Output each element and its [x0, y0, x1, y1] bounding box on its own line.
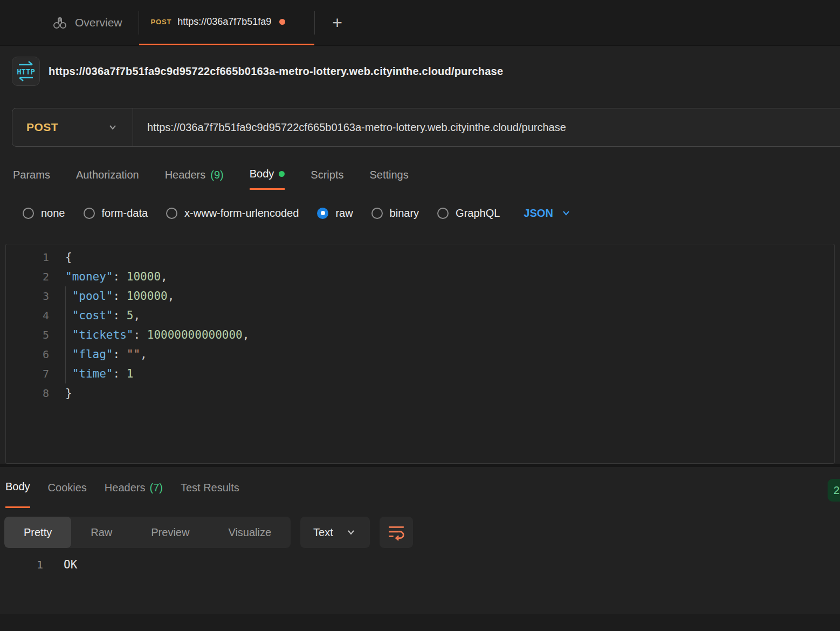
language-dropdown[interactable]: JSON [524, 207, 571, 220]
request-title-row: HTTP https://036a7f7b51fa9c9d95722cf665b… [12, 56, 840, 87]
radio-binary[interactable]: binary [371, 207, 419, 220]
request-url-title: https://036a7f7b51fa9c9d95722cf665b0163a… [49, 65, 503, 78]
response-tab-headers-label: Headers [105, 482, 146, 494]
response-body[interactable]: 1 OK [0, 555, 840, 574]
radio-binary-label: binary [390, 207, 419, 220]
radio-graphql-label: GraphQL [456, 207, 500, 220]
tab-request-method: POST [151, 18, 172, 26]
tab-request-active[interactable]: POST https://036a7f7b51fa9 [139, 0, 314, 45]
wrap-lines-button[interactable] [380, 517, 413, 548]
code-line: 6 "flag": "", [6, 345, 834, 364]
code-text: "money": 10000, [65, 270, 168, 283]
radio-x-www-form-urlencoded[interactable]: x-www-form-urlencoded [166, 207, 299, 220]
code-line: 5 "tickets": 10000000000000, [6, 325, 834, 345]
chevron-down-icon [345, 526, 357, 538]
radio-form-data[interactable]: form-data [84, 207, 148, 220]
unsaved-changes-dot [279, 19, 285, 25]
status-code-badge: 2 [828, 479, 840, 502]
request-body-editor[interactable]: 1{2"money": 10000,3 "pool": 100000,4 "co… [5, 244, 835, 464]
response-line: 1 OK [0, 555, 840, 574]
code-text: "cost": 5, [65, 309, 140, 322]
response-format-dropdown[interactable]: Text [300, 517, 370, 548]
body-mode-row: none form-data x-www-form-urlencoded raw… [23, 200, 572, 227]
line-number: 3 [6, 290, 49, 303]
response-line-text: OK [64, 558, 77, 571]
response-headers-count: (7) [149, 482, 162, 494]
response-tab-body[interactable]: Body [5, 467, 30, 508]
radio-none[interactable]: none [23, 207, 65, 220]
url-input[interactable]: https://036a7f7b51fa9c9d95722cf665b0163a… [133, 121, 566, 134]
line-number: 2 [6, 270, 49, 283]
radio-none-label: none [41, 207, 65, 220]
view-preview-button[interactable]: Preview [132, 517, 209, 548]
tab-scripts[interactable]: Scripts [311, 160, 343, 190]
line-number: 1 [6, 251, 49, 264]
new-tab-button[interactable]: + [326, 11, 349, 35]
method-dropdown[interactable]: POST [12, 108, 133, 146]
tab-overview[interactable]: Overview [51, 0, 139, 45]
body-modified-dot [279, 171, 285, 177]
view-pretty-button[interactable]: Pretty [4, 517, 71, 548]
tab-body-label: Body [250, 168, 274, 180]
code-line: 8} [6, 383, 834, 403]
tab-authorization-label: Authorization [76, 169, 139, 181]
code-text: "pool": 100000, [65, 290, 174, 303]
http-protocol-icon: HTTP [12, 57, 40, 86]
indent-guide [65, 286, 66, 383]
tab-divider [314, 11, 315, 35]
code-line: 1{ [6, 248, 834, 267]
code-text: { [65, 251, 72, 264]
tab-body[interactable]: Body [250, 160, 285, 190]
view-visualize-button[interactable]: Visualize [209, 517, 291, 548]
method-label: POST [26, 121, 58, 134]
code-text: "tickets": 10000000000000, [65, 328, 249, 341]
response-line-number: 1 [0, 558, 43, 571]
language-label: JSON [524, 207, 553, 220]
code-line: 4 "cost": 5, [6, 306, 834, 325]
response-header: Body Cookies Headers (7) Test Results 2 [0, 467, 840, 509]
line-number: 5 [6, 328, 49, 341]
radio-raw[interactable]: raw [317, 207, 353, 220]
response-tab-headers[interactable]: Headers (7) [105, 467, 163, 508]
code-text: } [65, 387, 72, 400]
chevron-down-icon [561, 208, 572, 218]
response-tabs: Body Cookies Headers (7) Test Results [5, 467, 239, 508]
response-tab-test-results-label: Test Results [181, 482, 239, 494]
response-view-segmented-control: Pretty Raw Preview Visualize [4, 517, 291, 548]
tab-headers[interactable]: Headers (9) [165, 160, 224, 190]
code-line: 3 "pool": 100000, [6, 286, 834, 306]
radio-icon-selected [317, 208, 328, 219]
response-tab-cookies[interactable]: Cookies [48, 467, 87, 508]
line-number: 4 [6, 309, 49, 322]
radio-icon [437, 208, 449, 219]
radio-icon [84, 208, 95, 219]
response-format-label: Text [313, 526, 333, 539]
tab-params-label: Params [13, 169, 50, 181]
radio-raw-label: raw [335, 207, 353, 220]
request-tabs: Params Authorization Headers (9) Body Sc… [13, 160, 409, 190]
radio-form-data-label: form-data [102, 207, 148, 220]
chevron-down-icon [107, 121, 119, 133]
workspace-tab-bar: Overview POST https://036a7f7b51fa9 + [0, 0, 840, 46]
radio-graphql[interactable]: GraphQL [437, 207, 500, 220]
code-line: 7 "time": 1 [6, 364, 834, 383]
response-tab-test-results[interactable]: Test Results [181, 467, 239, 508]
tab-params[interactable]: Params [13, 160, 50, 190]
code-line: 2"money": 10000, [6, 267, 834, 286]
tab-request-title: https://036a7f7b51fa9 [177, 16, 271, 28]
response-tab-cookies-label: Cookies [48, 482, 87, 494]
binoculars-icon [51, 14, 68, 31]
wrap-lines-icon [387, 523, 405, 541]
headers-count: (9) [210, 169, 223, 181]
line-number: 7 [6, 367, 49, 380]
line-number: 8 [6, 387, 49, 400]
response-view-controls: Pretty Raw Preview Visualize Text [4, 517, 413, 548]
tab-overview-label: Overview [75, 16, 122, 29]
view-raw-button[interactable]: Raw [71, 517, 132, 548]
tab-settings[interactable]: Settings [369, 160, 408, 190]
radio-x-www-form-urlencoded-label: x-www-form-urlencoded [184, 207, 299, 220]
tab-authorization[interactable]: Authorization [76, 160, 139, 190]
editor-lines: 1{2"money": 10000,3 "pool": 100000,4 "co… [6, 248, 834, 403]
code-text: "flag": "", [65, 348, 147, 361]
radio-icon [371, 208, 383, 219]
